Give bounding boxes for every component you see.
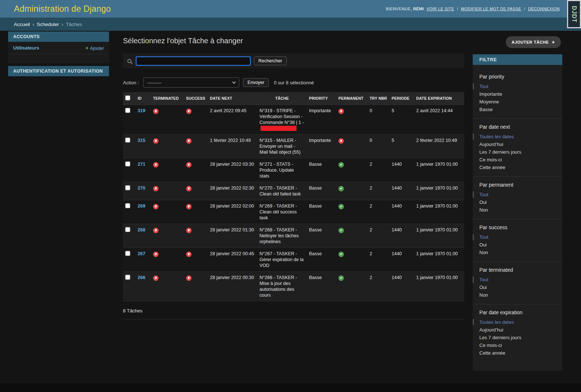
sidebar-section-auth[interactable]: AUTHENTIFICATION ET AUTORISATION [8,66,109,76]
filter-option-oui[interactable]: Oui [473,283,562,291]
utilisateurs-link[interactable]: Utilisateurs [13,45,39,51]
success-false-icon: ✘ [186,162,192,168]
success-false-icon: ✘ [186,275,192,281]
row-checkbox[interactable] [125,227,130,232]
filter-option-cette-annee[interactable]: Cette année [473,164,562,171]
try-nbr-cell: 2 [367,248,389,272]
column-header-periode[interactable]: PERIODE [389,92,414,105]
filter-option-tout[interactable]: Tout [473,233,562,241]
periode-cell: 5 [389,105,414,135]
task-id-link[interactable]: 270 [138,186,145,191]
terminated-false-icon: ✘ [153,228,159,233]
filter-option-tout[interactable]: Tout [473,276,562,283]
page-title: Sélectionnez l'objet Tâche à changer [123,36,243,46]
permanent-true-icon: ✔ [338,228,344,233]
filter-option-aujourdhui[interactable]: Aujourd’hui [473,326,562,334]
filter-option-tout[interactable]: Tout [473,83,562,90]
filter-option-moyenne[interactable]: Moyenne [473,98,562,106]
row-checkbox[interactable] [125,203,130,208]
content-header: Sélectionnez l'objet Tâche à changer AJO… [123,36,561,48]
filter-option-toutes-les-dates[interactable]: Toutes les dates [473,133,562,140]
task-id-link[interactable]: 319 [138,108,145,113]
task-id-link[interactable]: 315 [138,138,145,143]
change-password-link[interactable]: MODIFIER LE MOT DE PASSE [461,7,521,11]
row-checkbox[interactable] [125,275,130,280]
add-user-label: Ajouter [90,46,104,51]
column-header-priority[interactable]: PRIORITY [307,92,336,105]
filter-option-basse[interactable]: Basse [473,106,562,113]
add-user-link[interactable]: +Ajouter [86,45,104,51]
filter-group-terminated: Par terminated Tout Oui Non [473,261,562,299]
filter-option-non[interactable]: Non [473,206,562,214]
row-checkbox[interactable] [125,108,130,113]
breadcrumb-separator: › [59,22,66,27]
filter-option-7-derniers-jours[interactable]: Les 7 derniers jours [473,334,562,341]
debug-toolbar-handle[interactable]: DJDT [567,0,581,28]
filter-option-ce-mois-ci[interactable]: Ce mois-ci [473,156,562,164]
row-checkbox[interactable] [125,251,130,256]
column-header-tache[interactable]: TÂCHE [257,92,307,105]
filter-heading: Par terminated [473,263,562,274]
select-all-checkbox[interactable] [125,95,130,100]
sidebar-section-accounts[interactable]: ACCOUNTS [8,32,109,42]
filter-option-importante[interactable]: Importante [473,90,562,98]
try-nbr-cell: 2 [367,158,389,182]
sidebar-item-utilisateurs[interactable]: Utilisateurs +Ajouter [8,42,109,54]
column-header-terminated[interactable]: TERMINATED [151,92,184,105]
filter-option-non[interactable]: Non [473,249,562,256]
user-tools-separator: / [455,7,460,11]
success-false-icon: ✘ [186,252,192,257]
column-header-try-nbr[interactable]: TRY NBR [367,92,389,105]
filter-heading: Par priority [473,70,562,81]
filter-option-oui[interactable]: Oui [473,241,562,249]
task-id-link[interactable]: 267 [138,251,145,256]
action-select[interactable]: --------- [143,77,239,88]
priority-cell: Importante [307,135,336,158]
column-header-success[interactable]: SUCCESS [184,92,208,105]
priority-cell: Basse [307,158,336,182]
task-id-link[interactable]: 271 [138,162,145,167]
filter-option-7-derniers-jours[interactable]: Les 7 derniers jours [473,148,562,156]
row-checkbox[interactable] [125,138,130,143]
task-id-link[interactable]: 269 [138,204,145,209]
column-header-date-expiration[interactable]: DATE EXPIRATION [414,92,464,105]
breadcrumb-scheduler-link[interactable]: Scheduler [37,22,59,27]
plus-icon: + [86,45,88,51]
filter-option-tout[interactable]: Tout [473,191,562,198]
task-id-link[interactable]: 268 [138,227,145,232]
filter-option-non[interactable]: Non [473,291,562,299]
filter-option-ce-mois-ci[interactable]: Ce mois-ci [473,341,562,349]
filter-option-cette-annee[interactable]: Cette année [473,349,562,357]
filter-option-oui[interactable]: Oui [473,198,562,206]
debug-toolbar-label: DJDT [571,6,577,23]
table-row: 270 ✘ ✘ 28 janvier 2022 02:30 N°270 - TA… [123,182,464,200]
filter-option-toutes-les-dates[interactable]: Toutes les dates [473,318,562,326]
column-header-date-next[interactable]: DATE NEXT [208,92,257,105]
date-expiration-cell: 2 avril 2022 14:44 [414,105,464,135]
search-button[interactable]: Rechercher [254,56,287,65]
column-header-permanent[interactable]: PERMANENT [336,92,367,105]
view-site-link[interactable]: VOIR LE SITE [426,7,454,11]
plus-icon: + [552,39,555,45]
table-row: 266 ✘ ✘ 28 janvier 2022 00:30 N°266 - TA… [123,272,464,301]
breadcrumb-home-link[interactable]: Accueil [14,22,30,27]
filter-heading: Par success [473,221,562,232]
try-nbr-cell: 2 [367,272,389,301]
column-header-id[interactable]: ID [135,92,151,105]
task-text: N°319 - STRIPE - Vérification Session - … [259,108,304,125]
permanent-true-icon: ✔ [338,204,344,209]
task-cell: N°268 - TASKER - Nettoyer les tâches orp… [257,224,307,248]
logout-link[interactable]: DÉCONNEXION [528,7,560,11]
search-input[interactable] [136,56,251,66]
success-false-icon: ✘ [186,138,192,144]
table-row: 268 ✘ ✘ 28 janvier 2022 01:30 N°268 - TA… [123,224,464,248]
breadcrumb: Accueil › Scheduler › Tâches [0,18,581,31]
filter-option-aujourdhui[interactable]: Aujourd’hui [473,140,562,148]
terminated-false-icon: ✘ [153,109,159,114]
row-checkbox[interactable] [125,185,130,190]
add-task-button[interactable]: AJOUTER TÂCHE + [506,36,561,48]
date-expiration-cell: 1 janvier 1970 01:00 [414,224,464,248]
task-id-link[interactable]: 266 [138,275,145,280]
submit-action-button[interactable]: Envoyer [243,78,269,87]
row-checkbox[interactable] [125,161,130,166]
